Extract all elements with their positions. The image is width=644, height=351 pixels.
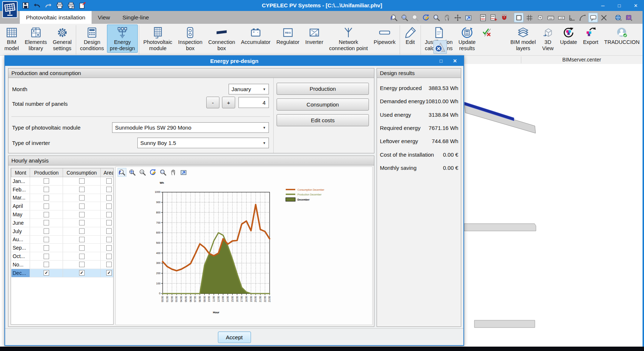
orthogonal-icon[interactable] <box>567 13 577 22</box>
checkbox[interactable] <box>44 178 49 184</box>
tab-view[interactable]: View <box>92 11 116 24</box>
zoom-extents-icon[interactable] <box>128 168 137 177</box>
checkbox[interactable] <box>106 212 112 217</box>
checkbox[interactable] <box>79 212 85 217</box>
accumulator-button[interactable]: +-Accumulator <box>238 25 274 46</box>
checkbox[interactable] <box>79 195 85 201</box>
month-cell[interactable]: June <box>11 219 30 227</box>
month-cell[interactable]: Jan... <box>11 177 30 186</box>
dialog-title-bar[interactable]: Energy pre-design □✕ <box>5 56 463 66</box>
hourly-chart[interactable]: 0100200300400500600700800900100000:0001:… <box>153 179 373 318</box>
dialog-maximize-button[interactable]: □ <box>434 56 448 66</box>
column-header-consumption[interactable]: Consumption <box>63 168 101 177</box>
elements-library-button[interactable]: Elementslibrary <box>22 25 50 53</box>
network-connection-point-button[interactable]: Networkconnection point <box>326 25 371 53</box>
export-button[interactable]: Export <box>580 25 601 46</box>
zoom-x2-icon[interactable]: ×2 <box>138 168 147 177</box>
tab-photovoltaic-installation[interactable]: Photovoltaic installation <box>20 11 92 24</box>
month-select[interactable]: January ▼ <box>229 84 269 94</box>
accept-button[interactable]: Accept <box>218 332 251 343</box>
connection-box-button[interactable]: Connectionbox <box>205 25 238 53</box>
month-cell[interactable]: Feb... <box>11 185 30 194</box>
month-cell[interactable]: Oct... <box>11 252 30 261</box>
photovoltaic-module-button[interactable]: Photovoltaicmodule <box>140 25 175 53</box>
general-settings-button[interactable]: Generalsettings <box>50 25 75 53</box>
drawing-area[interactable] <box>464 64 643 347</box>
checkbox[interactable] <box>79 262 85 267</box>
checkbox[interactable]: ✓ <box>79 270 85 276</box>
update-error-badge-icon[interactable] <box>433 40 447 54</box>
minimize-button[interactable]: ─ <box>595 0 611 11</box>
dimension-icon[interactable]: 1.00 <box>556 13 566 22</box>
design-conditions-button[interactable]: Designconditions <box>77 25 107 53</box>
zoom-prev-icon[interactable] <box>118 168 126 177</box>
zoom-prev-icon[interactable] <box>389 13 399 22</box>
column-header-mont[interactable]: Mont <box>11 168 30 177</box>
undo-icon[interactable] <box>33 1 41 10</box>
grid-icon[interactable] <box>525 13 534 22</box>
pan-hand-icon[interactable] <box>169 168 178 177</box>
inspection-box-button[interactable]: Inspectionbox <box>175 25 205 53</box>
maximize-button[interactable]: □ <box>611 0 628 11</box>
checkbox[interactable] <box>44 212 49 217</box>
month-cell[interactable]: Sep... <box>11 244 30 252</box>
zoom-off-icon[interactable] <box>410 13 420 22</box>
save-icon[interactable] <box>21 1 30 10</box>
pan-hand-icon[interactable] <box>442 13 452 22</box>
help-book-icon[interactable]: ? <box>624 13 634 22</box>
checkbox[interactable] <box>79 187 85 192</box>
checkbox[interactable] <box>106 228 112 234</box>
bim-model-layers-button[interactable]: BIM modellayers <box>507 25 538 53</box>
send-view-icon[interactable] <box>179 168 188 177</box>
checkbox[interactable]: ✓ <box>106 270 112 276</box>
checkbox[interactable] <box>106 178 112 184</box>
zoom-window-icon[interactable] <box>432 13 441 22</box>
dialog-close-button[interactable]: ✕ <box>448 56 462 66</box>
month-cell[interactable]: July <box>11 227 30 235</box>
month-cell[interactable]: Dec... <box>11 269 30 277</box>
checkbox[interactable] <box>106 220 112 225</box>
redraw-icon[interactable] <box>421 13 430 22</box>
checkbox[interactable] <box>44 195 49 201</box>
consumption-button[interactable]: Consumption <box>277 98 369 111</box>
bim-model-button[interactable]: BIMmodel <box>1 25 22 53</box>
dxf-edit-icon[interactable]: DXFDWG <box>489 13 498 22</box>
checkbox[interactable] <box>106 187 112 192</box>
panels-count-input[interactable]: 4 <box>238 97 269 108</box>
checkbox[interactable] <box>44 237 49 242</box>
update-results-button[interactable]: Updateresults <box>455 25 478 53</box>
checkbox[interactable] <box>44 245 49 251</box>
edit-button[interactable]: Edit <box>401 25 419 46</box>
checkbox[interactable] <box>106 203 112 209</box>
checkbox[interactable] <box>44 262 49 267</box>
dxf-doc-icon[interactable]: DXFDWG <box>478 13 488 22</box>
panels-increment-button[interactable]: + <box>222 97 235 108</box>
checkbox[interactable] <box>44 203 49 209</box>
checkbox[interactable] <box>79 245 85 251</box>
month-cell[interactable]: Au... <box>11 235 30 244</box>
checkbox[interactable]: ✓ <box>44 270 49 276</box>
3d-view-button[interactable]: 3DView <box>539 25 557 53</box>
checkbox[interactable] <box>79 203 85 209</box>
print-preview-icon[interactable] <box>67 1 75 10</box>
checkbox[interactable] <box>79 220 85 225</box>
traduccion-button[interactable]: TRADUCCION <box>601 25 643 46</box>
tab-single-line[interactable]: Single-line <box>116 11 155 24</box>
close-button[interactable]: ✕ <box>628 0 644 11</box>
checkbox[interactable] <box>106 262 112 267</box>
column-header-area[interactable]: Area <box>101 168 114 177</box>
print-icon[interactable] <box>55 1 64 10</box>
edit-costs-button[interactable]: Edit costs <box>277 114 369 126</box>
checkbox[interactable] <box>79 228 85 234</box>
comment-icon[interactable] <box>588 13 598 22</box>
arc-icon[interactable] <box>578 13 587 22</box>
month-cell[interactable]: April <box>11 202 30 210</box>
delete-x-icon[interactable] <box>599 13 608 22</box>
pipework-button[interactable]: Pipework <box>371 25 399 46</box>
update-button[interactable]: Update <box>557 25 580 46</box>
move-icon[interactable] <box>453 13 462 22</box>
regulator-button[interactable]: REGRegulator <box>273 25 302 46</box>
checkbox[interactable] <box>106 195 112 201</box>
app-logo-icon[interactable] <box>2 1 18 18</box>
inverter-type-select[interactable]: Sunny Boy 1.5 ▼ <box>137 138 269 148</box>
